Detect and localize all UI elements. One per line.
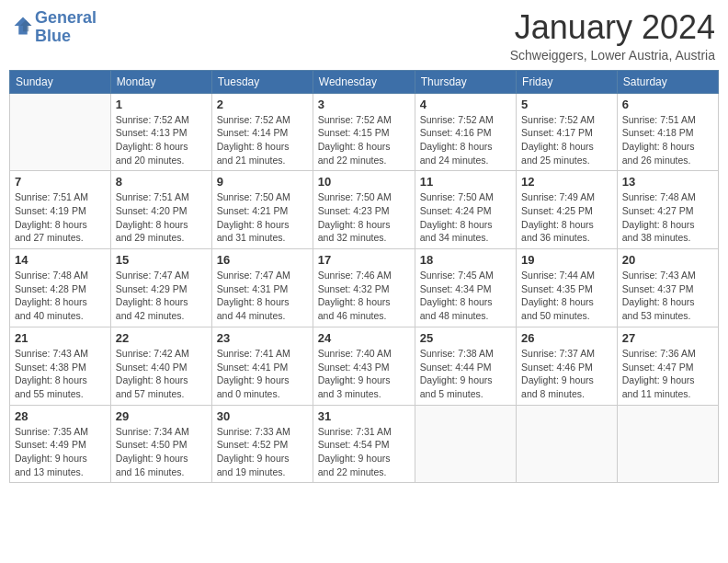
calendar-cell: 2Sunrise: 7:52 AMSunset: 4:14 PMDaylight… xyxy=(211,93,313,171)
day-info: Sunrise: 7:50 AMSunset: 4:24 PMDaylight:… xyxy=(420,190,511,245)
calendar-cell: 11Sunrise: 7:50 AMSunset: 4:24 PMDayligh… xyxy=(415,171,516,249)
calendar-cell: 1Sunrise: 7:52 AMSunset: 4:13 PMDaylight… xyxy=(110,93,211,171)
day-info: Sunrise: 7:51 AMSunset: 4:20 PMDaylight:… xyxy=(116,190,207,245)
day-number: 1 xyxy=(116,98,207,111)
calendar-cell: 23Sunrise: 7:41 AMSunset: 4:41 PMDayligh… xyxy=(211,327,313,405)
day-info: Sunrise: 7:47 AMSunset: 4:31 PMDaylight:… xyxy=(217,269,308,323)
day-number: 12 xyxy=(521,175,612,189)
day-info: Sunrise: 7:44 AMSunset: 4:35 PMDaylight:… xyxy=(521,269,612,323)
weekday-header-tuesday: Tuesday xyxy=(211,70,313,93)
day-number: 2 xyxy=(217,98,308,111)
calendar-week-row: 7Sunrise: 7:51 AMSunset: 4:19 PMDaylight… xyxy=(10,171,719,249)
day-number: 23 xyxy=(217,331,308,345)
day-info: Sunrise: 7:40 AMSunset: 4:43 PMDaylight:… xyxy=(318,347,410,401)
day-info: Sunrise: 7:38 AMSunset: 4:44 PMDaylight:… xyxy=(420,347,511,401)
day-number: 17 xyxy=(318,253,410,267)
day-info: Sunrise: 7:33 AMSunset: 4:52 PMDaylight:… xyxy=(217,425,308,479)
day-info: Sunrise: 7:36 AMSunset: 4:47 PMDaylight:… xyxy=(622,347,713,401)
day-number: 27 xyxy=(622,331,713,345)
page-header: General Blue January 2024 Schweiggers, L… xyxy=(9,9,719,63)
day-info: Sunrise: 7:37 AMSunset: 4:46 PMDaylight:… xyxy=(521,347,612,401)
calendar-cell: 24Sunrise: 7:40 AMSunset: 4:43 PMDayligh… xyxy=(313,327,415,405)
calendar-cell: 25Sunrise: 7:38 AMSunset: 4:44 PMDayligh… xyxy=(415,327,516,405)
day-info: Sunrise: 7:52 AMSunset: 4:14 PMDaylight:… xyxy=(217,113,308,167)
day-number: 6 xyxy=(622,98,713,111)
day-number: 10 xyxy=(318,175,410,189)
day-number: 20 xyxy=(622,253,713,267)
weekday-header-saturday: Saturday xyxy=(617,70,718,93)
calendar-cell: 21Sunrise: 7:43 AMSunset: 4:38 PMDayligh… xyxy=(10,327,111,405)
day-info: Sunrise: 7:48 AMSunset: 4:27 PMDaylight:… xyxy=(622,190,713,245)
day-number: 21 xyxy=(15,331,106,345)
day-info: Sunrise: 7:52 AMSunset: 4:13 PMDaylight:… xyxy=(116,113,207,167)
day-info: Sunrise: 7:52 AMSunset: 4:16 PMDaylight:… xyxy=(420,113,511,167)
day-info: Sunrise: 7:31 AMSunset: 4:54 PMDaylight:… xyxy=(318,425,410,479)
calendar-cell: 15Sunrise: 7:47 AMSunset: 4:29 PMDayligh… xyxy=(110,249,211,327)
day-number: 13 xyxy=(622,175,713,189)
calendar-cell xyxy=(517,405,618,483)
calendar-cell: 8Sunrise: 7:51 AMSunset: 4:20 PMDaylight… xyxy=(110,171,211,249)
day-info: Sunrise: 7:43 AMSunset: 4:37 PMDaylight:… xyxy=(622,269,713,323)
weekday-header-friday: Friday xyxy=(517,70,618,93)
day-info: Sunrise: 7:35 AMSunset: 4:49 PMDaylight:… xyxy=(15,425,106,479)
day-info: Sunrise: 7:42 AMSunset: 4:40 PMDaylight:… xyxy=(116,347,207,401)
calendar-cell: 12Sunrise: 7:49 AMSunset: 4:25 PMDayligh… xyxy=(517,171,618,249)
day-number: 16 xyxy=(217,253,308,267)
day-number: 5 xyxy=(521,98,612,111)
weekday-header-row: SundayMondayTuesdayWednesdayThursdayFrid… xyxy=(10,70,719,93)
day-number: 31 xyxy=(318,409,410,423)
month-title: January 2024 xyxy=(510,9,715,46)
calendar-cell: 6Sunrise: 7:51 AMSunset: 4:18 PMDaylight… xyxy=(617,93,718,171)
calendar-cell: 16Sunrise: 7:47 AMSunset: 4:31 PMDayligh… xyxy=(211,249,313,327)
calendar-cell xyxy=(10,93,111,171)
calendar-cell: 3Sunrise: 7:52 AMSunset: 4:15 PMDaylight… xyxy=(313,93,415,171)
calendar-cell: 28Sunrise: 7:35 AMSunset: 4:49 PMDayligh… xyxy=(10,405,111,483)
logo-icon xyxy=(13,16,33,36)
day-info: Sunrise: 7:41 AMSunset: 4:41 PMDaylight:… xyxy=(217,347,308,401)
day-number: 28 xyxy=(15,409,106,423)
day-info: Sunrise: 7:43 AMSunset: 4:38 PMDaylight:… xyxy=(15,347,106,401)
calendar-cell: 20Sunrise: 7:43 AMSunset: 4:37 PMDayligh… xyxy=(617,249,718,327)
day-number: 3 xyxy=(318,98,410,111)
calendar-week-row: 28Sunrise: 7:35 AMSunset: 4:49 PMDayligh… xyxy=(10,405,719,483)
calendar-cell xyxy=(415,405,516,483)
day-info: Sunrise: 7:45 AMSunset: 4:34 PMDaylight:… xyxy=(420,269,511,323)
day-info: Sunrise: 7:50 AMSunset: 4:21 PMDaylight:… xyxy=(217,190,308,245)
calendar-cell: 31Sunrise: 7:31 AMSunset: 4:54 PMDayligh… xyxy=(313,405,415,483)
calendar-cell: 18Sunrise: 7:45 AMSunset: 4:34 PMDayligh… xyxy=(415,249,516,327)
day-number: 24 xyxy=(318,331,410,345)
calendar-cell: 7Sunrise: 7:51 AMSunset: 4:19 PMDaylight… xyxy=(10,171,111,249)
logo-line2: Blue xyxy=(35,27,71,45)
calendar-cell: 13Sunrise: 7:48 AMSunset: 4:27 PMDayligh… xyxy=(617,171,718,249)
day-number: 29 xyxy=(116,409,207,423)
day-number: 22 xyxy=(116,331,207,345)
day-number: 25 xyxy=(420,331,511,345)
logo-line1: General xyxy=(35,8,97,27)
weekday-header-thursday: Thursday xyxy=(415,70,516,93)
calendar-cell: 19Sunrise: 7:44 AMSunset: 4:35 PMDayligh… xyxy=(517,249,618,327)
calendar-cell: 5Sunrise: 7:52 AMSunset: 4:17 PMDaylight… xyxy=(517,93,618,171)
day-number: 15 xyxy=(116,253,207,267)
day-info: Sunrise: 7:51 AMSunset: 4:18 PMDaylight:… xyxy=(622,113,713,167)
day-number: 30 xyxy=(217,409,308,423)
calendar-week-row: 21Sunrise: 7:43 AMSunset: 4:38 PMDayligh… xyxy=(10,327,719,405)
calendar-table: SundayMondayTuesdayWednesdayThursdayFrid… xyxy=(9,70,719,484)
logo: General Blue xyxy=(13,9,97,46)
weekday-header-monday: Monday xyxy=(110,70,211,93)
title-block: January 2024 Schweiggers, Lower Austria,… xyxy=(510,9,715,63)
day-info: Sunrise: 7:51 AMSunset: 4:19 PMDaylight:… xyxy=(15,190,106,245)
day-number: 19 xyxy=(521,253,612,267)
calendar-cell: 26Sunrise: 7:37 AMSunset: 4:46 PMDayligh… xyxy=(517,327,618,405)
location: Schweiggers, Lower Austria, Austria xyxy=(510,48,715,63)
day-number: 18 xyxy=(420,253,511,267)
calendar-cell: 4Sunrise: 7:52 AMSunset: 4:16 PMDaylight… xyxy=(415,93,516,171)
calendar-cell xyxy=(617,405,718,483)
day-info: Sunrise: 7:52 AMSunset: 4:17 PMDaylight:… xyxy=(521,113,612,167)
weekday-header-wednesday: Wednesday xyxy=(313,70,415,93)
weekday-header-sunday: Sunday xyxy=(10,70,111,93)
calendar-cell: 9Sunrise: 7:50 AMSunset: 4:21 PMDaylight… xyxy=(211,171,313,249)
logo-text: General Blue xyxy=(35,9,97,46)
calendar-cell: 14Sunrise: 7:48 AMSunset: 4:28 PMDayligh… xyxy=(10,249,111,327)
day-info: Sunrise: 7:52 AMSunset: 4:15 PMDaylight:… xyxy=(318,113,410,167)
day-info: Sunrise: 7:49 AMSunset: 4:25 PMDaylight:… xyxy=(521,190,612,245)
